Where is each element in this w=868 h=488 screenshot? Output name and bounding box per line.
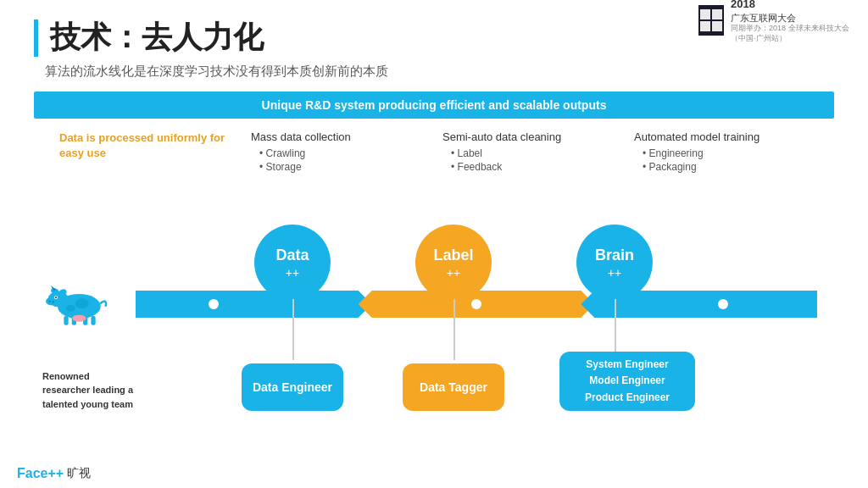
svg-rect-13 [64,316,68,325]
circle-label-text: Label [433,247,473,264]
conference-year: 2018 [731,0,854,12]
diagram-area: Data ++ Label ++ Brain ++ Data Engineer … [34,191,834,411]
list-item: Feedback [451,160,617,174]
conference-subtitle: 同期举办：2018 全球未来科技大会（中国·广州站） [731,24,854,43]
dot-2 [471,299,481,309]
dot-3 [718,299,728,309]
svg-rect-16 [91,316,95,325]
arrow-segment-yellow [359,291,595,318]
list-item: Crawling [259,147,426,160]
list-item: Storage [259,160,426,174]
logo-icon [698,5,724,36]
conference-text: 2018 广东互联网大会 同期举办：2018 全球未来科技大会（中国·广州站） [731,0,854,43]
svg-rect-0 [700,9,710,19]
facepp-chinese: 旷视 [67,466,91,481]
info-col-3-title: Automated model training [634,130,809,143]
list-item: Engineering [643,147,809,160]
card-data-engineer: Data Engineer [242,363,343,411]
info-col-2: Semi-auto data cleaning Label Feedback [434,130,626,174]
svg-rect-2 [700,21,710,31]
main-title: 技术：去人力化 [34,17,388,58]
title-text: 技术：去人力化 [50,17,264,58]
info-col-3: Automated model training Engineering Pac… [626,130,817,174]
circle-data-plus: ++ [286,266,299,280]
list-item: Label [451,147,617,160]
svg-point-10 [55,297,57,298]
circle-brain-plus: ++ [608,266,621,280]
svg-point-12 [52,301,54,303]
svg-point-11 [48,300,51,302]
info-col-3-list: Engineering Packaging [634,147,809,174]
arrow-track [136,291,817,318]
info-col-2-title: Semi-auto data cleaning [442,130,617,143]
svg-point-17 [72,315,86,322]
svg-point-18 [75,298,89,308]
info-col-0: Data is processed uniformly for easy use [51,130,242,161]
circle-data: Data ++ [254,225,331,301]
title-bar-decoration [34,19,38,57]
conference-logo: 2018 广东互联网大会 同期举办：2018 全球未来科技大会（中国·广州站） [698,0,854,43]
subtitle-text: 算法的流水线化是在深度学习技术没有得到本质创新前的本质 [45,64,388,80]
content-box: Unique R&D system producing efficient an… [34,92,834,463]
title-section: 技术：去人力化 算法的流水线化是在深度学习技术没有得到本质创新前的本质 [34,17,388,80]
conference-name: 广东互联网大会 [731,12,854,24]
cow-icon-area [42,275,110,326]
info-col-2-list: Label Feedback [442,147,617,174]
list-item: Packaging [643,160,809,174]
circle-brain: Brain ++ [576,225,653,301]
circle-label: Label ++ [415,225,492,301]
info-row: Data is processed uniformly for easy use… [34,130,834,174]
cow-icon [42,275,110,326]
researcher-text: Renowned researcher leading a talented y… [42,369,136,412]
svg-rect-1 [712,9,722,19]
info-col-1-list: Crawling Storage [251,147,426,174]
card-data-tagger-label: Data Tagger [420,380,487,394]
circle-label-plus: ++ [447,266,460,280]
card-data-tagger: Data Tagger [403,363,504,411]
connector-1 [292,299,294,360]
svg-point-19 [66,305,75,312]
banner: Unique R&D system producing efficient an… [34,92,834,119]
conference-logo-area: 2018 广东互联网大会 同期举办：2018 全球未来科技大会（中国·广州站） [698,0,868,41]
circle-data-label: Data [275,247,309,264]
connector-2 [453,299,455,360]
arrow-segment-blue-1 [136,291,372,318]
card-engineers-label: System Engineer Model Engineer Product E… [585,357,670,406]
info-col-1: Mass data collection Crawling Storage [242,130,434,174]
dot-1 [209,299,219,309]
circle-brain-label: Brain [595,247,634,264]
facepp-text: Face++ [17,466,64,481]
info-col-1-title: Mass data collection [251,130,426,143]
card-data-engineer-label: Data Engineer [253,380,332,394]
svg-rect-3 [712,21,722,31]
info-col-0-text: Data is processed uniformly for easy use [59,130,234,161]
facepp-logo: Face++ 旷视 [17,466,91,481]
card-engineers: System Engineer Model Engineer Product E… [559,352,695,411]
